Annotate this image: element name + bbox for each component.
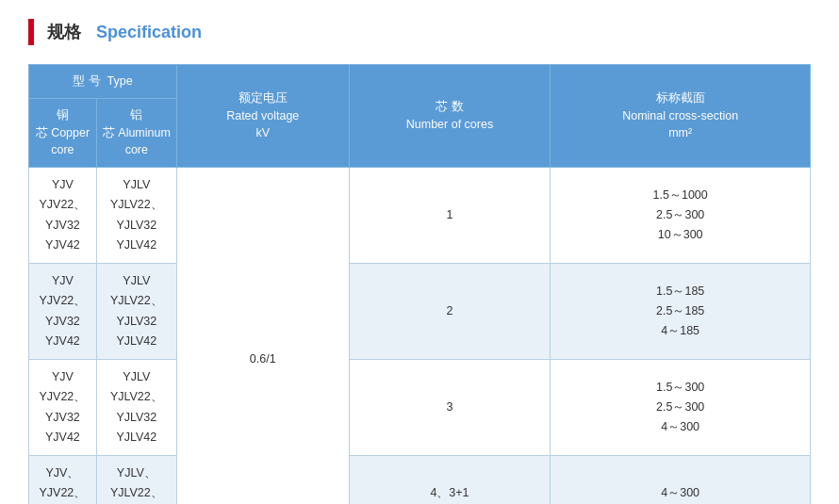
copper-cell: YJVYJV22、YJV32YJV42 [29,264,97,360]
aluminum-cell: YJLV、YJLV22、YJLV32、YJLV42 [96,456,176,505]
page-header: 规格 Specification [28,19,811,45]
table-row: YJVYJV22、YJV32YJV42YJLVYJLV22、YJLV32YJLV… [29,360,811,456]
col-voltage-header: 额定电压 Rated voltage kV [176,65,349,168]
table-row: YJVYJV22、YJV32YJV42YJLVYJLV22、YJLV32YJLV… [29,264,811,360]
title-en: Specification [96,23,202,42]
title-zh: 规格 [47,21,81,43]
cross-section-cell: 1.5～10002.5～30010～300 [551,168,811,264]
col-cross-header: 标称截面 Nominal cross-section mm² [551,65,811,168]
spec-table: 型 号 Type 额定电压 Rated voltage kV 芯 数 Numbe… [28,64,811,504]
aluminum-cell: YJLVYJLV22、YJLV32YJLV42 [96,264,176,360]
cores-cell: 2 [349,264,551,360]
copper-cell: YJVYJV22、YJV32YJV42 [29,360,97,456]
copper-cell: YJV、YJV22、YJV32、YJV42 [29,456,97,505]
copper-cell: YJVYJV22、YJV32YJV42 [29,168,97,264]
aluminum-cell: YJLVYJLV22、YJLV32YJLV42 [96,360,176,456]
col-copper-header: 铜芯 Copper core [29,98,97,167]
voltage-cell: 0.6/1 [176,168,349,505]
aluminum-cell: YJLVYJLV22、YJLV32YJLV42 [96,168,176,264]
col-alum-header: 铝芯 Aluminum core [96,98,176,167]
col-type-header: 型 号 Type [29,65,177,99]
table-row: YJVYJV22、YJV32YJV42YJLVYJLV22、YJLV32YJLV… [29,168,811,264]
header-bar [28,19,34,45]
cross-section-cell: 1.5～3002.5～3004～300 [551,360,811,456]
table-row: YJV、YJV22、YJV32、YJV42YJLV、YJLV22、YJLV32、… [29,456,811,505]
cross-section-cell: 1.5～1852.5～1854～185 [551,264,811,360]
cores-cell: 1 [349,168,551,264]
cores-cell: 3 [349,360,551,456]
cores-cell: 4、3+15、4+1、3+2 [349,456,551,505]
cross-section-cell: 4～3004～300 [551,456,811,505]
col-cores-header: 芯 数 Number of cores [349,65,551,168]
